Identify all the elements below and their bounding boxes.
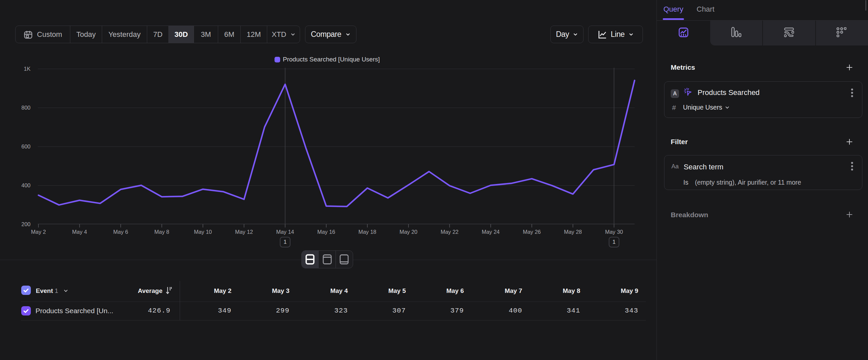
svg-text:May 22: May 22	[441, 229, 459, 235]
svg-text:1K: 1K	[24, 66, 31, 72]
svg-text:600: 600	[21, 143, 31, 149]
svg-text:May 2: May 2	[31, 229, 46, 235]
svg-text:May 24: May 24	[482, 229, 500, 235]
svg-text:May 14: May 14	[276, 229, 294, 235]
svg-text:May 8: May 8	[155, 229, 169, 235]
svg-text:May 16: May 16	[317, 229, 335, 235]
svg-text:May 30: May 30	[605, 229, 623, 235]
svg-text:May 28: May 28	[564, 229, 582, 235]
svg-text:200: 200	[21, 221, 31, 227]
svg-text:May 10: May 10	[194, 229, 212, 235]
svg-text:May 4: May 4	[72, 229, 87, 235]
svg-text:May 6: May 6	[114, 229, 128, 235]
svg-text:800: 800	[21, 105, 31, 111]
svg-text:400: 400	[21, 182, 31, 188]
svg-text:May 26: May 26	[523, 229, 541, 235]
svg-text:May 18: May 18	[359, 229, 376, 235]
svg-text:May 20: May 20	[400, 229, 417, 235]
svg-text:May 12: May 12	[235, 229, 253, 235]
